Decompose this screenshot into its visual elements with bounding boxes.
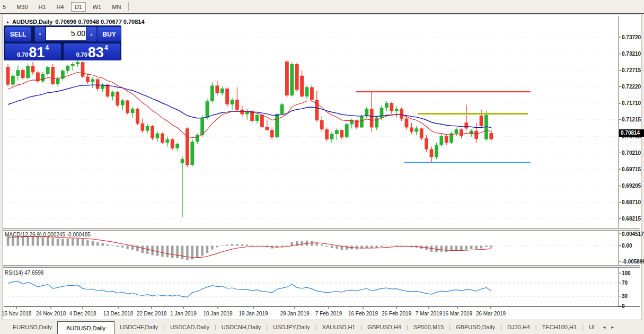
price-axis-label: 0.71710 (622, 100, 643, 107)
macd-indicator-label: MACD(12,26,9) 0.000245 -0.000485 (5, 232, 91, 238)
date-axis-label: 1 Jan 2019 (170, 311, 197, 317)
price-axis-label: 0.73210 (622, 50, 643, 57)
mt4-terminal: 5M30H1H4D1W1MN ▲ AUDUSD,Daily 0.70696 0.… (0, 0, 644, 334)
sell-price-point: 4 (45, 44, 49, 51)
price-axis-label: 0.69715 (622, 166, 643, 173)
date-axis-label: 7 Feb 2019 (315, 311, 342, 317)
price-axis-label: 0.69205 (622, 182, 643, 189)
date-axis-label: 7 Mar 2019 (416, 311, 443, 317)
sell-price-button[interactable]: 0.70 81 4 (5, 43, 61, 60)
tab-scroll-left-icon[interactable]: ◄ (600, 325, 608, 330)
macd-axis-label: 0.00 (622, 242, 643, 249)
date-axis-label: 24 Nov 2018 (36, 311, 66, 317)
volume-increase-button[interactable]: ▲ (86, 27, 97, 42)
chart-tab-usdcnh-daily[interactable]: USDCNH,Daily (216, 320, 267, 334)
timeframe-button-m30[interactable]: M30 (13, 2, 31, 12)
timeframe-button-mn[interactable]: MN (108, 2, 125, 12)
tab-scroll-right-icon[interactable]: ► (608, 325, 617, 330)
symbol-period-label: AUDUSD,Daily (12, 19, 52, 25)
buy-price-pips: 83 (88, 46, 104, 59)
buy-price-prefix: 0.70 (76, 51, 87, 58)
price-axis-label: 0.72715 (622, 67, 643, 74)
timeframe-button-h4[interactable]: H4 (53, 2, 68, 12)
sell-price-prefix: 0.70 (17, 51, 28, 58)
chart-tab-audusd-daily[interactable]: AUDUSD,Daily (57, 321, 114, 334)
price-axis-label: 0.68710 (622, 199, 643, 206)
chart-tab-sp500-m15[interactable]: SP500,M15 (408, 320, 449, 334)
timeframe-button-h1[interactable]: H1 (35, 2, 50, 12)
collapse-panel-icon[interactable]: ▲ (6, 20, 10, 24)
price-axis-label: 0.72220 (622, 83, 643, 90)
toolbar-separator (128, 2, 129, 11)
macd-axis-label: -0.005899 (622, 258, 643, 265)
rsi-indicator-label: RSI(14) 47.6598 (5, 270, 43, 276)
symbol-tab-bar: EURUSD,DailyAUDUSD,DailyUSDCHF,Daily|USD… (0, 320, 644, 334)
price-axis-label: 0.68215 (622, 215, 643, 222)
buy-price-point: 4 (104, 44, 108, 51)
price-axis-label: 0.73720 (622, 34, 643, 41)
volume-input[interactable]: 5.00 (46, 27, 90, 41)
chart-tab-usdcad-daily[interactable]: USDCAD,Daily (165, 320, 215, 334)
pane-separator[interactable] (3, 265, 640, 268)
trade-controls-row: SELL ▼ 5.00 ▲ BUY (4, 27, 121, 42)
chart-title: ▲ AUDUSD,Daily 0.70696 0.70948 0.70677 0… (6, 19, 145, 25)
sell-price-pips: 81 (29, 46, 45, 59)
date-axis-label: 15 Nov 2018 (2, 311, 32, 317)
timeframe-button-5[interactable]: 5 (0, 2, 10, 12)
rsi-axis-label: 70 (622, 279, 643, 286)
ohlc-values: 0.70696 0.70948 0.70677 0.70814 (55, 19, 144, 25)
date-axis-label: 19 Jan 2019 (239, 311, 268, 317)
chevron-down-icon: ▼ (38, 32, 42, 36)
date-axis-label: 16 Feb 2019 (348, 311, 378, 317)
rsi-axis-label: 0 (622, 303, 643, 310)
chart-tab-dj30-h4[interactable]: DJ30,H4 (502, 320, 535, 334)
timeframe-button-d1[interactable]: D1 (71, 2, 86, 12)
chart-tab-gbpusd-h4[interactable]: GBPUSD,H4 (362, 320, 407, 334)
rsi-axis-label: 30 (622, 293, 643, 300)
buy-button[interactable]: BUY (97, 27, 121, 42)
chart-tab-usdchf-daily[interactable]: USDCHF,Daily (114, 320, 163, 334)
price-axis-label: 0.70210 (622, 150, 643, 156)
current-price-tag: 0.70814 (619, 129, 644, 137)
date-axis-label: 26 Mar 2019 (476, 311, 506, 317)
chart-tab-xauusd-h1[interactable]: XAUUSD,H1 (317, 320, 361, 334)
chevron-up-icon: ▲ (90, 32, 93, 36)
timeframe-toolbar: 5M30H1H4D1W1MN (0, 0, 644, 14)
date-axis-label: 4 Dec 2018 (69, 311, 96, 317)
sell-button[interactable]: SELL (5, 27, 31, 42)
pane-separator[interactable] (3, 228, 640, 231)
chart-tab-usdjpy-daily[interactable]: USDJPY,Daily (268, 320, 315, 334)
macd-axis-label: 0.004517 (622, 231, 643, 238)
date-axis-label: 16 Mar 2019 (443, 311, 472, 317)
volume-decrease-button[interactable]: ▼ (34, 27, 46, 42)
chart-tab-eurusd-daily[interactable]: EURUSD,Daily (7, 320, 57, 334)
date-axis-label: 13 Dec 2018 (103, 311, 134, 317)
chart-tab-tech100-h1[interactable]: TECH100,H1 (537, 320, 582, 334)
price-axis-label: 0.71215 (622, 116, 643, 123)
date-axis-label: 22 Dec 2018 (137, 311, 167, 317)
date-axis-label: 26 Feb 2019 (382, 311, 411, 317)
date-axis-label: 29 Jan 2019 (280, 311, 309, 317)
timeframe-button-w1[interactable]: W1 (89, 2, 105, 12)
buy-price-button[interactable]: 0.70 83 4 (64, 43, 120, 60)
rsi-axis-label: 100 (622, 270, 643, 277)
chart-tab-gbpusd-daily[interactable]: GBPUSD,Daily (451, 320, 500, 334)
date-axis-label: 10 Jan 2019 (203, 311, 232, 317)
chart-tab-ui[interactable]: UI (584, 320, 600, 334)
one-click-trading-panel: SELL ▼ 5.00 ▲ BUY 0.70 81 4 0.70 83 4 (4, 25, 121, 60)
